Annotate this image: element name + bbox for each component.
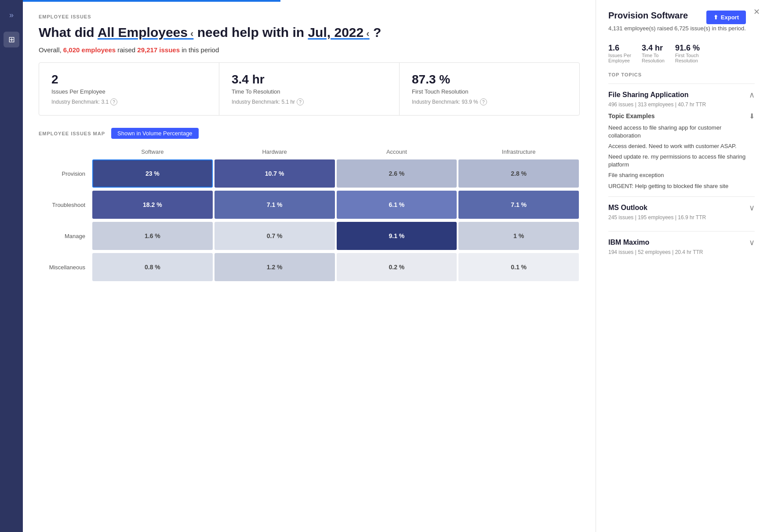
heatmap-cell-1-1[interactable]: 7.1 %: [214, 191, 335, 219]
sidebar-icon-grid[interactable]: ⊞: [4, 32, 19, 47]
heatmap-cell-3-2[interactable]: 0.2 %: [337, 253, 457, 281]
heatmap-row-2: Manage1.6 %0.7 %9.1 %1 %: [39, 221, 580, 251]
title-middle: need help with in: [197, 25, 304, 40]
col-header-1: Hardware: [214, 147, 336, 157]
heatmap-cell-0-1[interactable]: 10.7 %: [214, 159, 335, 188]
panel-stat-label-1: Time To Resolution: [642, 53, 665, 63]
sidebar-icon-expand[interactable]: »: [4, 7, 19, 23]
col-header-3: Infrastructure: [458, 147, 580, 157]
topic-item-0: File Sharing Application ∧ 496 issues | …: [608, 83, 755, 196]
metrics-row: 2 Issues Per Employee Industry Benchmark…: [39, 62, 580, 116]
metric-value-2: 87.3 %: [412, 72, 567, 87]
heatmap-cell-0-0[interactable]: 23 %: [92, 159, 213, 188]
topic-meta-1: 245 issues | 195 employees | 16.9 hr TTR: [608, 214, 755, 221]
heatmap-cell-3-1[interactable]: 1.2 %: [214, 253, 335, 281]
panel-stat-label-0: Issues Per Employee: [608, 53, 631, 63]
panel-stat-1: 3.4 hr Time To Resolution: [642, 43, 665, 63]
col-header-2: Account: [336, 147, 458, 157]
subtitle-prefix: Overall,: [39, 46, 62, 54]
heatmap-cell-3-0[interactable]: 0.8 %: [92, 253, 213, 281]
metric-card-0: 2 Issues Per Employee Industry Benchmark…: [39, 63, 219, 115]
topic-example-text-0-0: Need access to file sharing app for cust…: [608, 124, 755, 140]
sidebar: » ⊞: [0, 0, 23, 532]
topic-meta-0: 496 issues | 313 employees | 40.7 hr TTR: [608, 101, 755, 108]
metric-value-1: 3.4 hr: [232, 72, 387, 87]
export-icon: ⬆: [713, 14, 718, 21]
heatmap-cell-2-3[interactable]: 1 %: [458, 222, 579, 250]
heatmap-row-1: Troubleshoot18.2 %7.1 %6.1 %7.1 %: [39, 190, 580, 220]
map-label: EMPLOYEE ISSUES MAP: [39, 131, 105, 136]
topic-item-2: IBM Maximo ∨ 194 issues | 52 employees |…: [608, 231, 755, 266]
close-button[interactable]: ✕: [753, 7, 760, 17]
heatmap-cell-2-0[interactable]: 1.6 %: [92, 222, 213, 250]
heatmap-row-3: Miscellaneous0.8 %1.2 %0.2 %0.1 %: [39, 252, 580, 282]
panel-stats: 1.6 Issues Per Employee 3.4 hr Time To R…: [608, 40, 755, 63]
row-label-0: Provision: [39, 159, 91, 188]
heatmap-row-0: Provision23 %10.7 %2.6 %2.8 %: [39, 159, 580, 188]
metric-label-1: Time To Resolution: [232, 88, 387, 95]
help-icon-1[interactable]: ?: [297, 98, 304, 105]
topic-example-row-0-2: Need update re. my permissions to access…: [608, 153, 755, 169]
help-icon-2[interactable]: ?: [480, 98, 487, 105]
metric-benchmark-1: Industry Benchmark: 5.1 hr ?: [232, 98, 387, 105]
panel-stat-value-1: 3.4 hr: [642, 43, 665, 53]
map-header: EMPLOYEE ISSUES MAP Shown in Volume Perc…: [39, 128, 580, 139]
metric-value-0: 2: [51, 72, 207, 87]
main-content: EMPLOYEE ISSUES What did All Employees n…: [23, 0, 596, 532]
topic-name-2: IBM Maximo: [608, 239, 649, 246]
heatmap-cell-1-0[interactable]: 18.2 %: [92, 191, 213, 219]
panel-stat-value-0: 1.6: [608, 43, 631, 53]
topic-example-text-0-1: Access denied. Need to work with custome…: [608, 142, 755, 150]
content-area: EMPLOYEE ISSUES What did All Employees n…: [23, 2, 596, 532]
heatmap-col-headers: SoftwareHardwareAccountInfrastructure: [39, 147, 580, 157]
topic-header-2[interactable]: IBM Maximo ∨: [608, 238, 755, 247]
heatmap-cell-2-2[interactable]: 9.1 %: [337, 222, 457, 250]
chevron-icon-1: ∨: [749, 203, 755, 213]
row-label-2: Manage: [39, 221, 91, 251]
topic-example-row-0-4: URGENT: Help getting to blocked file sha…: [608, 182, 755, 190]
panel-stat-value-2: 91.6 %: [675, 43, 700, 53]
metric-benchmark-2: Industry Benchmark: 93.9 % ?: [412, 98, 567, 105]
metric-label-0: Issues Per Employee: [51, 88, 207, 95]
topic-example-text-0-4: URGENT: Help getting to blocked file sha…: [608, 182, 755, 190]
topic-example-row-0-0: Need access to file sharing app for cust…: [608, 124, 755, 140]
subtitle-middle: raised: [117, 46, 135, 54]
panel-stat-0: 1.6 Issues Per Employee: [608, 43, 631, 63]
download-icon-0[interactable]: ⬇: [749, 112, 755, 120]
topic-example-text-0-2: Need update re. my permissions to access…: [608, 153, 755, 169]
subtitle-issues: 29,217 issues: [137, 46, 180, 54]
topic-example-text-0-3: File sharing exception: [608, 171, 755, 179]
help-icon-0[interactable]: ?: [110, 98, 117, 105]
heatmap-cell-1-2[interactable]: 6.1 %: [337, 191, 457, 219]
metric-label-2: First Touch Resolution: [412, 88, 567, 95]
col-header-0: Software: [91, 147, 214, 157]
heatmap-cell-0-2[interactable]: 2.6 %: [337, 159, 457, 188]
topic-examples-header-0: Topic Examples ⬇: [608, 112, 755, 120]
heatmap-cell-1-3[interactable]: 7.1 %: [458, 191, 579, 219]
metric-benchmark-0: Industry Benchmark: 3.1 ?: [51, 98, 207, 105]
panel-stat-2: 91.6 % First Touch Resolution: [675, 43, 700, 63]
top-topics-label: TOP TOPICS: [608, 72, 755, 77]
panel-subtitle: 4,131 employee(s) raised 6,725 issue(s) …: [608, 24, 755, 33]
metric-card-1: 3.4 hr Time To Resolution Industry Bench…: [219, 63, 400, 115]
row-label-1: Troubleshoot: [39, 190, 91, 220]
heatmap-cell-3-3[interactable]: 0.1 %: [458, 253, 579, 281]
volume-percentage-badge[interactable]: Shown in Volume Percentage: [111, 128, 199, 139]
topic-examples-label-0: Topic Examples: [608, 112, 655, 119]
topic-header-1[interactable]: MS Outlook ∨: [608, 203, 755, 213]
topic-name-1: MS Outlook: [608, 204, 647, 212]
topics-list: File Sharing Application ∧ 496 issues | …: [608, 83, 755, 266]
topic-example-row-0-1: Access denied. Need to work with custome…: [608, 142, 755, 150]
heatmap-cell-2-1[interactable]: 0.7 %: [214, 222, 335, 250]
export-button[interactable]: ⬆ Export: [706, 11, 746, 24]
metric-card-2: 87.3 % First Touch Resolution Industry B…: [400, 63, 579, 115]
topic-item-1: MS Outlook ∨ 245 issues | 195 employees …: [608, 196, 755, 231]
right-panel: ✕ ⬆ Export Provision Software 4,131 empl…: [596, 0, 767, 532]
subtitle-suffix: in this period: [182, 46, 219, 54]
chevron-icon-0: ∧: [749, 90, 755, 100]
employee-group-dropdown[interactable]: All Employees: [98, 25, 194, 40]
subtitle-employees: 6,020 employees: [63, 46, 116, 54]
topic-header-0[interactable]: File Sharing Application ∧: [608, 90, 755, 100]
period-dropdown[interactable]: Jul, 2022: [308, 25, 369, 40]
heatmap-cell-0-3[interactable]: 2.8 %: [458, 159, 579, 188]
